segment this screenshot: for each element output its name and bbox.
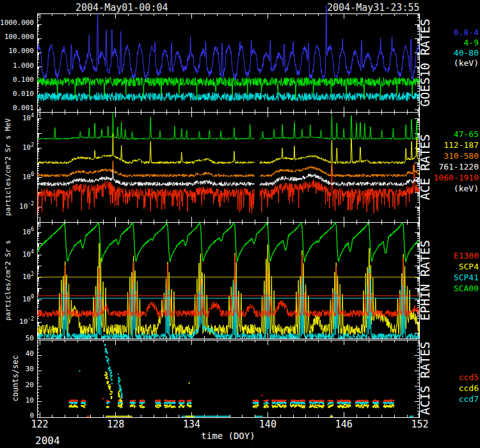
legend-scp4: SCP4	[459, 262, 479, 271]
legend-47-65: 47-65	[454, 130, 479, 139]
x-tick-label: 122	[26, 419, 53, 430]
y-tick-label: 0.001	[13, 104, 34, 112]
radiation-rates-dashboard: 2004-May01-00:04 2004-May31-23:55 GOES10…	[0, 0, 480, 448]
y-tick-label: 30	[26, 365, 34, 373]
legend-ccd5: ccd5	[459, 373, 479, 382]
y-tick-label: 100	[22, 294, 34, 303]
x-tick-label: 146	[330, 419, 357, 430]
start-date-label: 2004-May01-00:04	[76, 3, 168, 13]
x-tick-label: 128	[102, 419, 129, 430]
legend-ccd7: ccd7	[459, 395, 479, 404]
y-tick-label: 104	[22, 113, 34, 122]
y-tick-label: 20	[26, 381, 34, 389]
y-axis-label-ephin: particles/cm^2 Sr s	[4, 240, 12, 321]
year-label: 2004	[35, 435, 60, 447]
y-axis-label-acis: counts/sec	[12, 355, 20, 401]
x-tick-label: 152	[406, 419, 433, 430]
legend-0-8-4: 0.8-4	[454, 28, 479, 37]
y-tick-label: 106	[22, 227, 34, 236]
series-0-8-4-kev	[37, 6, 419, 81]
legend-310-580: 310-580	[444, 152, 479, 161]
panel-title-ace-rates: ACE RATES	[419, 134, 432, 200]
y-tick-label: 0.100	[13, 76, 34, 84]
legend-1060-1910: 1060-1910	[434, 173, 479, 182]
y-tick-label: 10.000	[8, 47, 34, 55]
y-axis-label-ace: particles/cm^2 Sr s MeV	[4, 118, 12, 216]
y-tick-label: 10-2	[19, 317, 34, 326]
legend-40-80: 40-80	[454, 49, 479, 58]
legend-kev: (keV)	[454, 184, 479, 193]
legend-scp41: SCP41	[454, 273, 479, 282]
panel-title-acis-rates: ACIS RATES	[419, 342, 432, 415]
y-tick-label: 40	[26, 350, 34, 358]
legend-112-187: 112-187	[444, 141, 479, 150]
legend-ccd6: ccd6	[459, 384, 479, 393]
panel-title-goes10-rates: GOES10 RATES	[419, 19, 432, 106]
panel-title-ephin-rates: EPHIN RATES	[419, 240, 432, 321]
y-tick-label: 0.010	[13, 90, 34, 98]
y-tick-label: 102	[22, 272, 34, 281]
end-date-label: 2004-May31-23:55	[327, 3, 420, 13]
y-tick-label: 100.000	[4, 33, 34, 41]
series-scp4	[37, 243, 419, 335]
y-tick-label: 104	[22, 250, 34, 259]
series-40-80-kev	[37, 92, 419, 100]
y-tick-label: 102	[22, 143, 34, 152]
legend-e1300: E1300	[454, 252, 479, 260]
y-tick-label: 1.000	[13, 62, 34, 70]
series-1060-1910	[37, 163, 419, 214]
legend-4-9: 4-9	[464, 38, 479, 47]
series-sca00	[37, 223, 419, 262]
series-47-65	[37, 113, 419, 140]
legend-sca00: SCA00	[454, 284, 479, 293]
x-tick-label: 140	[254, 419, 281, 430]
plot-canvas	[0, 0, 480, 448]
legend-kev: (keV)	[454, 59, 479, 68]
legend-761-1220: 761-1220	[438, 163, 479, 172]
y-tick-label: 50	[26, 335, 34, 342]
y-tick-label: 10-2	[19, 202, 34, 211]
x-tick-label: 134	[179, 419, 205, 430]
y-tick-label: 1000.000	[0, 19, 34, 27]
y-tick-label: 100	[22, 172, 34, 181]
y-tick-label: 10	[26, 397, 34, 404]
panel-border-2	[37, 222, 419, 339]
series-e1300	[37, 255, 419, 317]
x-axis-label: time (DOY)	[37, 431, 419, 441]
